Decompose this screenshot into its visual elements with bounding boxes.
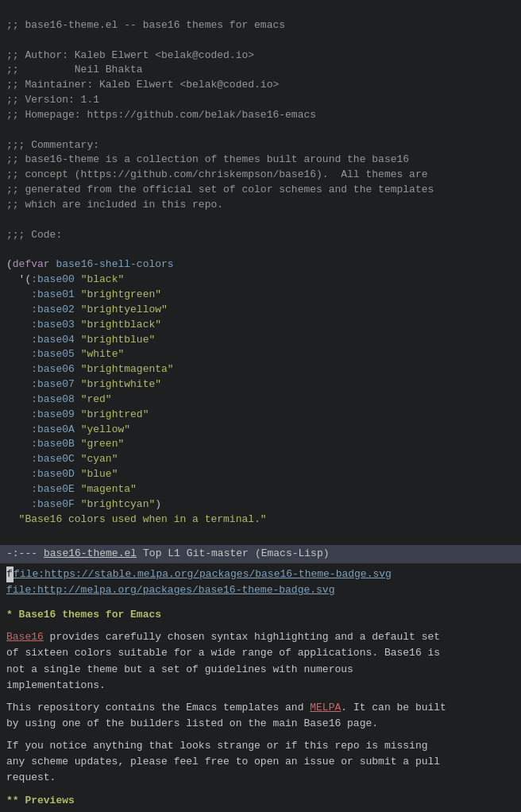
blank2-line <box>6 124 13 136</box>
base08-line: :base08 "red" <box>6 393 112 405</box>
version-line: ;; Version: 1.1 <box>6 94 99 106</box>
defvar-line: (defvar base16-shell-colors <box>6 258 174 270</box>
base01-line: :base01 "brightgreen" <box>6 288 161 300</box>
base00-line: '(:base00 "black" <box>6 273 124 285</box>
desc2-line: ;; concept (https://github.com/chriskemp… <box>6 168 428 180</box>
desc3-line: ;; generated from the official set of co… <box>6 184 434 195</box>
cursor-indicator: f <box>6 566 14 583</box>
file-link-1[interactable]: file:https://stable.melpa.org/packages/b… <box>14 568 392 580</box>
readme-p2: This repository contains the Emacs templ… <box>6 700 515 732</box>
base04-line: :base04 "brightblue" <box>6 334 155 346</box>
base0C-line: :base0C "cyan" <box>6 453 118 465</box>
readme-area: * Base16 themes for Emacs Base16 provide… <box>0 602 521 812</box>
editor-container: ;; base16-theme.el -- base16 themes for … <box>0 0 521 812</box>
desc1-line: ;; base16-theme is a collection of theme… <box>6 153 409 165</box>
docstring-line: "Base16 colors used when in a terminal." <box>6 513 267 525</box>
base03-line: :base03 "brightblack" <box>6 319 161 331</box>
code-line: ;;; Code: <box>6 229 62 241</box>
base0A-line: :base0A "yellow" <box>6 423 130 435</box>
base0B-line: :base0B "green" <box>6 438 124 450</box>
readme-p3: If you notice anything that looks strang… <box>6 738 515 786</box>
status-branch-top: Git-master <box>187 547 249 561</box>
maint-line: ;; Maintainer: Kaleb Elwert <belak@coded… <box>6 79 279 91</box>
readme-p1: Base16 provides carefully chosen syntax … <box>6 629 515 694</box>
heading1-text: Base16 themes for Emacs <box>19 609 161 621</box>
status-position-top: Top L1 <box>143 547 180 561</box>
status-filename-top: base16-theme.el <box>44 547 137 561</box>
base05-line: :base05 "white" <box>6 348 124 360</box>
heading-star-1: * <box>6 609 19 621</box>
code-area[interactable]: ;; base16-theme.el -- base16 themes for … <box>0 0 521 545</box>
readme-heading2: ** Previews <box>6 793 515 809</box>
base0F-line: :base0F "brightcyan") <box>6 498 161 510</box>
file-links-area: ffile:https://stable.melpa.org/packages/… <box>0 563 521 603</box>
base02-line: :base02 "brightyellow" <box>6 304 168 315</box>
status-mode-top: (Emacs-Lisp) <box>255 547 330 561</box>
base07-line: :base07 "brightwhite" <box>6 378 161 390</box>
title-text: base16-theme.el -- base16 themes for ema… <box>25 19 285 31</box>
title-comment: ;; base16-theme.el -- base16 themes for … <box>6 19 285 31</box>
desc4-line: ;; which are included in this repo. <box>6 199 223 211</box>
base09-line: :base09 "brightred" <box>6 408 149 420</box>
base16-link-1[interactable]: Base16 <box>6 631 44 643</box>
blank-line <box>6 34 13 46</box>
heading2-text: ** Previews <box>6 795 75 806</box>
blank3-line <box>6 214 13 226</box>
commentary-line: ;;; Commentary: <box>6 139 99 151</box>
homepage-line: ;; Homepage: https://github.com/belak/ba… <box>6 109 316 121</box>
author-line: ;; Author: Kaleb Elwert <belak@coded.io> <box>6 49 254 61</box>
base06-line: :base06 "brightmagenta" <box>6 363 174 375</box>
status-bar-top: -:--- base16-theme.el Top L1 Git-master … <box>0 545 521 563</box>
base0D-line: :base0D "blue" <box>6 468 118 480</box>
status-dashes-top: -:--- <box>6 547 37 561</box>
melpa-link[interactable]: MELPA <box>310 702 341 713</box>
author2-line: ;; Neil Bhakta <box>6 64 143 75</box>
base0E-line: :base0E "magenta" <box>6 483 137 495</box>
readme-heading1: * Base16 themes for Emacs <box>6 607 515 623</box>
file-link-2[interactable]: file:http://melpa.org/packages/base16-th… <box>6 584 334 596</box>
blank4-line <box>6 244 13 256</box>
